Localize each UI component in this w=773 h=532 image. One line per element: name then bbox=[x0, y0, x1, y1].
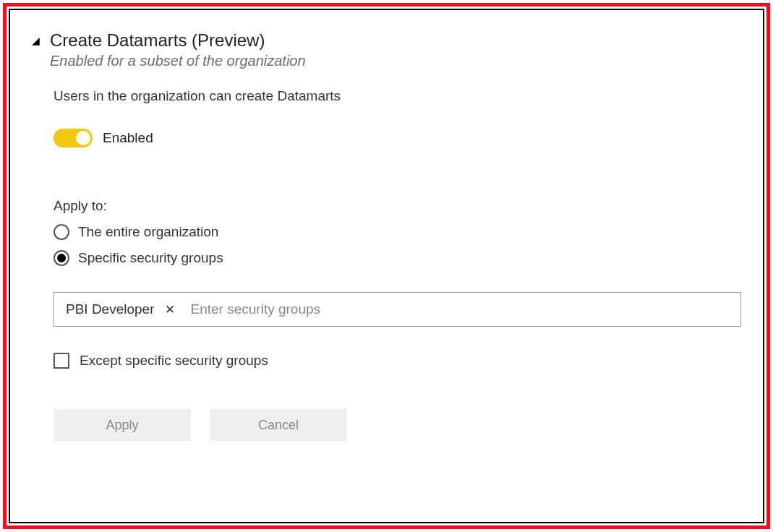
remove-tag-icon[interactable]: ✕ bbox=[162, 301, 178, 319]
setting-description: Users in the organization can create Dat… bbox=[54, 88, 741, 104]
radio-specific-groups-label: Specific security groups bbox=[78, 250, 223, 266]
collapse-caret-icon[interactable]: ◢ bbox=[32, 35, 40, 46]
security-groups-input-container[interactable]: PBI Developer ✕ bbox=[54, 292, 741, 327]
security-group-tag-label: PBI Developer bbox=[66, 301, 155, 317]
radio-entire-organization-label: The entire organization bbox=[78, 224, 218, 240]
security-group-tag: PBI Developer ✕ bbox=[59, 296, 184, 323]
toggle-knob-icon bbox=[76, 131, 90, 145]
setting-subtitle: Enabled for a subset of the organization bbox=[50, 53, 741, 69]
setting-title: Create Datamarts (Preview) bbox=[50, 29, 741, 51]
security-groups-input[interactable] bbox=[191, 293, 736, 326]
enabled-toggle[interactable] bbox=[54, 129, 93, 147]
except-groups-label: Except specific security groups bbox=[80, 353, 268, 369]
cancel-button[interactable]: Cancel bbox=[210, 409, 347, 441]
apply-to-label: Apply to: bbox=[54, 198, 741, 214]
apply-button[interactable]: Apply bbox=[54, 409, 191, 441]
except-groups-checkbox[interactable] bbox=[54, 353, 69, 369]
radio-entire-organization[interactable] bbox=[54, 224, 69, 240]
enabled-toggle-label: Enabled bbox=[103, 130, 153, 146]
radio-specific-groups[interactable] bbox=[54, 250, 69, 266]
